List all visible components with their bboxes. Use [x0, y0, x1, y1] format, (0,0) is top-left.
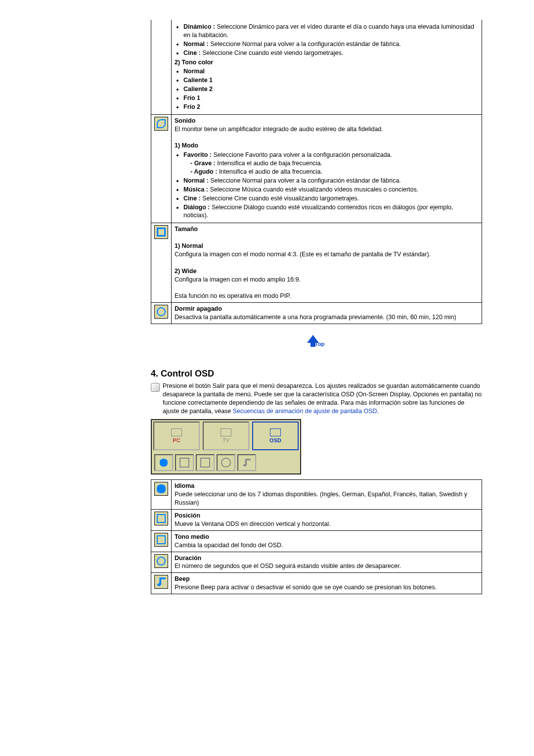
- size-wide-desc: Configura la imagen con el modo amplio 1…: [175, 276, 479, 284]
- beep-icon: [154, 575, 168, 589]
- sound-title: Sonido: [175, 117, 479, 125]
- size-note: Esta función no es operativa en modo PIP…: [175, 292, 479, 300]
- osd-row-title: Idioma: [175, 482, 479, 490]
- sleep-icon: [154, 305, 168, 319]
- osd-row-icon-cell: [151, 573, 172, 594]
- size-icon: [154, 225, 168, 239]
- osd-row-text: PosiciónMueve la Ventana ODS en direcció…: [172, 510, 482, 531]
- osd-row-text: DuraciónEl número de segundos que el OSD…: [172, 552, 482, 573]
- idioma-icon: [154, 482, 168, 496]
- sleep-icon-cell: [151, 303, 172, 324]
- osd-row-text: BeepPresione Beep para activar o desacti…: [172, 573, 482, 594]
- osd-row-text: Tono medioCambia la opacidad del fondo d…: [172, 530, 482, 552]
- osd-row-desc: Puede seleccionar uno de los 7 idiomas d…: [175, 490, 479, 507]
- sound-icon: [154, 117, 168, 131]
- size-wide-heading: 2) Wide: [175, 267, 479, 276]
- sleep-cell: Dormir apagado Desactiva la pantalla aut…: [172, 303, 482, 324]
- osd-subicons: [152, 452, 300, 473]
- tv-icon: [221, 428, 231, 436]
- sleep-title: Dormir apagado: [175, 305, 479, 313]
- osd-tab-pc[interactable]: PC: [153, 422, 200, 450]
- osd-tabs: PC TV OSD: [152, 420, 300, 452]
- osd-tab-tv[interactable]: TV: [203, 422, 249, 450]
- osd-sub-beep[interactable]: [237, 454, 256, 471]
- osd-animation-link[interactable]: Secuencias de animación de ajuste de pan…: [233, 408, 377, 415]
- osd-row-icon-cell: [151, 552, 172, 573]
- osd-sub-idioma[interactable]: [154, 454, 173, 471]
- osd-row-icon-cell: [151, 480, 172, 510]
- spacer-cell: [151, 20, 172, 114]
- osd-row-desc: Presione Beep para activar o desactivar …: [175, 583, 479, 592]
- osd-row-desc: Cambia la opacidad del fondo del OSD.: [175, 541, 479, 550]
- sound-cell: Sonido El monitor tiene un amplificador …: [172, 114, 482, 223]
- size-normal-desc: Configura la imagen con el modo normal 4…: [175, 250, 479, 259]
- section-4-heading: 4. Control OSD: [151, 369, 482, 379]
- back-to-top-link[interactable]: Top: [305, 334, 328, 354]
- osd-row-title: Beep: [175, 575, 479, 583]
- sound-icon-cell: [151, 114, 172, 223]
- tono-heading: 2) Tono color: [175, 58, 479, 67]
- tv-settings-table: Dinámico : Seleccione Dinámico para ver …: [151, 20, 482, 324]
- osd-tab-osd[interactable]: OSD: [252, 422, 299, 450]
- tono-list: Normal Caliente 1 Caliente 2 Frío 1 Frío…: [183, 67, 479, 111]
- size-cell: Tamaño 1) Normal Configura la imagen con…: [172, 223, 482, 303]
- osd-row-title: Tono medio: [175, 533, 479, 541]
- size-icon-cell: [151, 223, 172, 303]
- osd-sub-duracion[interactable]: [217, 454, 235, 471]
- sound-modo-list: Favorito : Seleccione Favorito para volv…: [183, 151, 479, 220]
- pc-icon: [171, 428, 182, 436]
- osd-row-icon-cell: [151, 510, 172, 531]
- osd-row-icon-cell: [151, 530, 172, 552]
- osd-sub-tono[interactable]: [196, 454, 215, 471]
- osd-row-title: Posición: [175, 512, 479, 520]
- section-4-intro: Presione el botón Salir para que el menú…: [163, 382, 482, 416]
- tono-medio-icon: [154, 533, 168, 547]
- sleep-desc: Desactiva la pantalla automáticamente a …: [175, 313, 479, 322]
- posición-icon: [154, 512, 168, 525]
- image-modo-cell: Dinámico : Seleccione Dinámico para ver …: [172, 20, 482, 114]
- top-label: Top: [315, 341, 324, 347]
- osd-icon: [270, 428, 281, 436]
- sound-modo-heading: 1) Modo: [175, 142, 479, 150]
- osd-row-desc: El número de segundos que el OSD seguirá…: [175, 562, 479, 570]
- osd-row-title: Duración: [175, 554, 479, 563]
- osd-settings-table: IdiomaPuede seleccionar uno de los 7 idi…: [151, 479, 482, 594]
- info-icon: [151, 383, 160, 392]
- image-modo-list: Dinámico : Seleccione Dinámico para ver …: [183, 23, 479, 57]
- size-normal-heading: 1) Normal: [175, 242, 479, 250]
- osd-row-desc: Mueve la Ventana ODS en dirección vertic…: [175, 520, 479, 528]
- size-title: Tamaño: [175, 225, 479, 234]
- osd-preview-panel: PC TV OSD: [151, 419, 301, 474]
- sound-desc: El monitor tiene un amplificador integra…: [175, 125, 479, 134]
- duración-icon: [154, 554, 168, 568]
- osd-sub-posicion[interactable]: [175, 454, 194, 471]
- osd-row-text: IdiomaPuede seleccionar uno de los 7 idi…: [172, 480, 482, 510]
